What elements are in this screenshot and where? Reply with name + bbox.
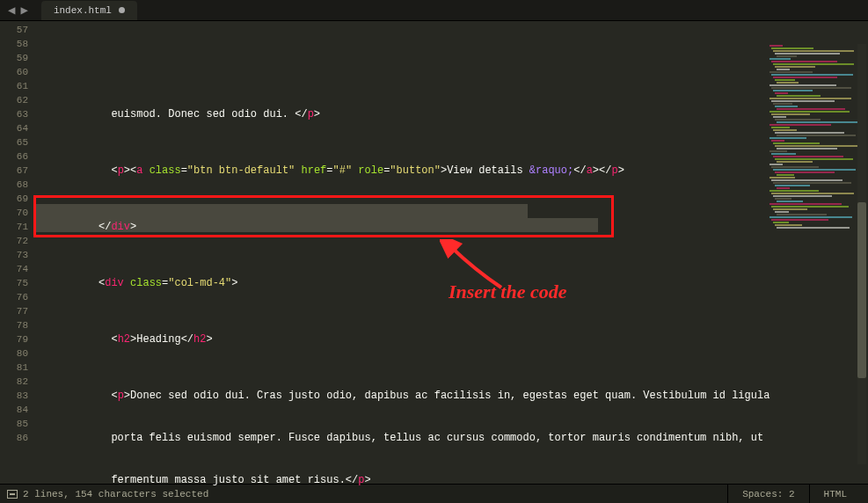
file-tab[interactable]: index.html [41, 1, 137, 20]
code-area[interactable]: euismod. Donec sed odio dui. </p> <p><a … [35, 21, 868, 484]
tab-title: index.html [54, 5, 112, 16]
modified-indicator-icon [119, 7, 125, 13]
minimap[interactable] [768, 44, 856, 237]
selection-highlight [35, 204, 528, 218]
code-text: euismod. Donec sed odio dui. [35, 108, 295, 120]
selection-icon [7, 490, 18, 499]
nav-back-icon[interactable]: ◀ [5, 3, 18, 18]
title-bar: ◀ ▶ index.html [0, 0, 868, 21]
line-number-gutter: 5758596061626364656667686970717273747576… [0, 21, 35, 484]
nav-forward-icon[interactable]: ▶ [18, 3, 30, 18]
status-selection: 2 lines, 154 characters selected [23, 489, 208, 499]
editor[interactable]: 5758596061626364656667686970717273747576… [0, 21, 868, 484]
